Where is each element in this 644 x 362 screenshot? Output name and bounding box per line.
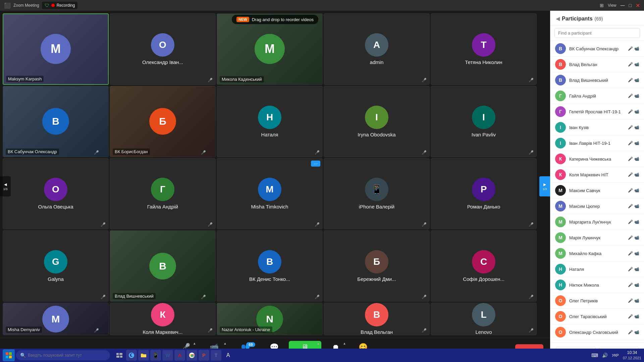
keyboard-icon[interactable]: ⌨ <box>591 353 598 358</box>
volume-icon[interactable]: 🔊 <box>602 353 608 358</box>
video-cell[interactable]: В ВК Сабунчак Олександр 🎤 <box>3 86 109 157</box>
taskbar-system: ⌨ 🔊 УКР 10:34 07.12.2021 <box>591 350 641 360</box>
video-cell[interactable]: M Maksym Karpash <box>3 13 109 85</box>
avatar: І <box>555 122 566 133</box>
avatar: В <box>555 75 566 85</box>
video-cell[interactable]: N Nazar Antoniuk - Ukraine <box>217 303 323 335</box>
list-item[interactable]: О Олег Тарасівський 🎤 📹 <box>550 309 644 324</box>
explorer-app[interactable] <box>138 350 149 361</box>
title-left: ⬛ Zoom Meeting 🛡 Recording <box>4 2 77 9</box>
banner-message: Drag and drop to reorder videos <box>252 17 314 22</box>
video-cell[interactable]: Н Наталя 🎤 <box>217 86 323 157</box>
video-cell[interactable]: I Iryna Obodovska 🎤 <box>324 86 430 157</box>
svg-rect-6 <box>116 353 119 355</box>
video-cell[interactable]: G Galyna 🎤 <box>3 230 109 302</box>
list-item[interactable]: І Іван Кузів 🎤 📹 <box>550 120 644 135</box>
video-cell[interactable]: О Олександр Іван... 🎤 <box>110 13 216 85</box>
list-item[interactable]: О Олександр Снаговський 🎤 📹 <box>550 324 644 340</box>
right-arrow-icon: ▶ <box>543 182 546 187</box>
participant-icons: 🎤 📹 <box>628 188 639 193</box>
video-cell[interactable]: Г Гайла Андрій 🎤 <box>110 158 216 230</box>
video-cell[interactable]: В Влад Вишневський 🎤 <box>110 230 216 302</box>
participant-name-center: Ольга Овецька <box>38 204 73 209</box>
list-item[interactable]: М Максим Савчук 🎤 📹 <box>550 183 644 198</box>
video-cell[interactable]: Р Роман Данько 🎤 <box>431 158 537 230</box>
list-item[interactable]: К Коля Маркевич НІТ 🎤 📹 <box>550 167 644 183</box>
video-cell[interactable]: С Софія Дорошен... 🎤 <box>431 230 537 302</box>
new-tag: NEW <box>236 17 249 22</box>
maximize-btn[interactable]: □ <box>629 3 632 8</box>
minimize-btn[interactable]: ─ <box>621 2 625 8</box>
mute-icon: 🎤 <box>422 150 427 155</box>
video-cell[interactable]: Т Тетяна Николин 🎤 <box>431 13 537 85</box>
view-label[interactable]: View <box>608 3 616 8</box>
list-item[interactable]: М Максим Цюпер 🎤 📹 <box>550 198 644 214</box>
taskview-btn[interactable] <box>114 350 125 361</box>
list-item[interactable]: Н Наталя 🎤 📹 <box>550 261 644 277</box>
taskbar-apps: 📱 W A P T A <box>114 350 233 361</box>
language-indicator[interactable]: УКР <box>612 353 619 357</box>
acrobat-app[interactable]: A <box>174 350 185 361</box>
list-item[interactable]: B Влад Вельган 🎤 📹 <box>550 57 644 72</box>
video-cell[interactable]: О Ольга Овецька 🎤 <box>3 158 109 230</box>
video-icon: 📹 <box>634 78 639 82</box>
chevron-up-icon-video: ▲ <box>223 342 227 345</box>
chevron-up-icon-record: ▲ <box>343 342 346 345</box>
video-cell[interactable]: В Влад Вельган 🎤 <box>324 303 430 335</box>
edge-app[interactable] <box>126 350 137 361</box>
list-item[interactable]: І Іван Лаврів НІТ-19-1 🎤 📹 <box>550 135 644 151</box>
shield-icon: 🛡 <box>45 3 49 8</box>
list-item[interactable]: Г Гелетій Ярослав НІТ-19-1 🎤 📹 <box>550 104 644 120</box>
video-icon: 📹 <box>634 94 639 98</box>
start-button[interactable] <box>3 349 15 361</box>
taskbar-search-input[interactable] <box>28 353 106 358</box>
video-cell[interactable]: M Misha Demyaniv 🎤 <box>3 303 109 335</box>
mute-icon: 🎤 <box>422 78 427 82</box>
video-cell[interactable]: В ВК Денис Тонко... 🎤 <box>217 230 323 302</box>
list-item[interactable]: К Катерина Чижевська 🎤 📹 <box>550 151 644 167</box>
list-item[interactable]: О Олег Петриків 🎤 📹 <box>550 293 644 309</box>
video-cell[interactable]: A admin 🎤 <box>324 13 430 85</box>
video-cell[interactable]: I Ivan Pavliv 🎤 <box>431 86 537 157</box>
list-item[interactable]: М Маргарита Лук'янчук 🎤 📹 <box>550 214 644 230</box>
grid-icon[interactable]: ⊞ <box>600 3 604 8</box>
avatar: B <box>555 59 566 70</box>
participant-name: Микола Каденський <box>220 76 264 82</box>
mute-icon: 🎤 <box>529 328 534 333</box>
list-item[interactable]: М Михайло Кафка 🎤 📹 <box>550 246 644 261</box>
video-cell[interactable]: 📱 iPhone Валерій 🎤 <box>324 158 430 230</box>
video-cell[interactable]: M Misha Timkovich ··· 🎤 <box>217 158 323 230</box>
viber-app[interactable]: 📱 <box>150 350 161 361</box>
mute-icon: 🎤 <box>628 298 633 303</box>
taskbar-search[interactable]: 🔍 <box>16 350 110 360</box>
avatar: Г <box>555 90 566 101</box>
close-btn[interactable]: ✕ <box>636 2 640 9</box>
video-cell[interactable]: К Коля Маркевич... 🎤 <box>110 303 216 335</box>
list-item[interactable]: О Ольга Овецька 🎤 📹 <box>550 340 644 343</box>
page-nav-right[interactable]: ▶ 1/3 <box>539 176 550 196</box>
search-input[interactable] <box>554 28 640 38</box>
powerpoint-app[interactable]: P <box>199 350 209 361</box>
mute-icon: 🎤 <box>628 283 633 287</box>
video-cell[interactable]: L Lenovo 🎤 <box>431 303 537 335</box>
participant-icons: 🎤 📹 <box>628 157 639 161</box>
word-app[interactable]: W <box>162 350 173 361</box>
list-item[interactable]: Г Гайла Андрій 🎤 📹 <box>550 88 644 104</box>
video-cell[interactable]: Б ВК БорисБогдан 🎤 <box>110 86 216 157</box>
list-item[interactable]: В Влад Вишневський 🎤 📹 <box>550 72 644 88</box>
mute-icon: 🎤 <box>529 222 534 227</box>
mute-icon: 🎤 <box>628 62 633 67</box>
teams-app[interactable]: T <box>211 350 221 361</box>
list-item[interactable]: М Марія Лукинчук 🎤 📹 <box>550 230 644 246</box>
list-item[interactable]: Н Ніктюк Микола 🎤 📹 <box>550 277 644 293</box>
page-nav-left[interactable]: ◀ 1/3 <box>0 176 11 196</box>
extra-app[interactable]: A <box>223 350 233 361</box>
avatar: Г <box>555 106 566 117</box>
mute-icon: 🎤 <box>201 295 206 299</box>
more-options-btn[interactable]: ··· <box>311 161 320 167</box>
participant-name: Коля Маркевич НІТ <box>569 172 625 177</box>
chrome-app[interactable] <box>186 350 197 361</box>
collapse-btn[interactable]: ◀ <box>556 15 560 22</box>
list-item[interactable]: В ВК Сабунчак Олександр 🎤 📹 <box>550 41 644 57</box>
video-cell[interactable]: Б Бережний Дми... 🎤 <box>324 230 430 302</box>
